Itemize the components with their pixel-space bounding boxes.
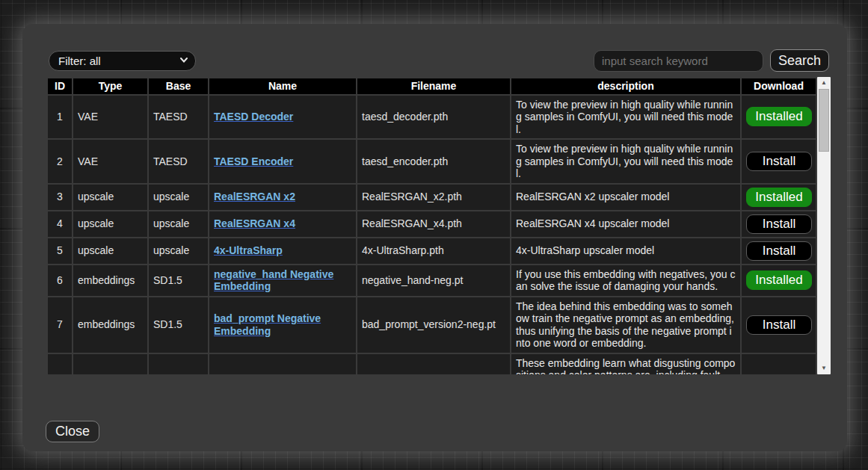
models-table-container: ID Type Base Name Filename description D… — [46, 77, 816, 374]
cell-type: embeddings — [73, 297, 147, 353]
cell-id: 5 — [48, 238, 72, 264]
table-row: 6 embeddings SD1.5 negative_hand Negativ… — [48, 265, 816, 296]
cell-base: upscale — [149, 238, 208, 264]
cell-id: 7 — [48, 297, 72, 353]
table-row: 4 upscale upscale RealESRGAN x4 RealESRG… — [48, 211, 816, 237]
cell-filename: RealESRGAN_x2.pth — [357, 185, 510, 210]
cell-id: 4 — [48, 211, 72, 237]
table-row: 3 upscale upscale RealESRGAN x2 RealESRG… — [48, 185, 816, 210]
install-button[interactable]: Install — [746, 241, 812, 261]
table-row: 7 embeddings SD1.5 bad_prompt Negative E… — [48, 297, 816, 353]
cell-name: RealESRGAN x2 — [209, 185, 356, 210]
cell-download: Installed — [742, 96, 816, 139]
cell-base: upscale — [149, 185, 208, 210]
cell-name: negative_hand Negative Embedding — [209, 265, 356, 296]
install-models-dialog: Filter: all Search ID Type Base Name Fil… — [22, 24, 847, 451]
cell-id: 2 — [48, 140, 72, 183]
cell-type: VAE — [73, 140, 147, 183]
table-row: 1 VAE TAESD TAESD Decoder taesd_decoder.… — [48, 96, 816, 139]
table-row: 2 VAE TAESD TAESD Encoder taesd_encoder.… — [48, 140, 816, 183]
cell-description: These embedding learn what disgusting co… — [511, 354, 740, 374]
cell-download: Install — [742, 140, 816, 183]
model-name-link[interactable]: TAESD Encoder — [214, 155, 293, 167]
cell-filename: bad_prompt_version2-neg.pt — [357, 297, 510, 353]
cell-description: The idea behind this embedding was to so… — [511, 297, 740, 353]
cell-base — [149, 354, 208, 374]
cell-id: 1 — [48, 96, 72, 139]
model-name-link[interactable]: RealESRGAN x2 — [214, 191, 295, 202]
cell-filename: RealESRGAN_x4.pth — [357, 211, 510, 237]
cell-filename: 4x-UltraSharp.pth — [357, 238, 510, 264]
cell-download: Installed — [742, 265, 816, 296]
col-header-base: Base — [149, 78, 208, 94]
install-button[interactable]: Install — [746, 152, 812, 171]
cell-base: TAESD — [149, 96, 208, 139]
cell-base: TAESD — [149, 140, 208, 183]
search-button[interactable]: Search — [770, 49, 829, 72]
cell-description: RealESRGAN x2 upscaler model — [511, 185, 740, 210]
install-button[interactable]: Install — [746, 315, 812, 335]
cell-download: Install — [742, 297, 816, 353]
model-name-link[interactable]: bad_prompt Negative Embedding — [214, 312, 321, 337]
cell-type: embeddings — [73, 265, 147, 296]
model-name-link[interactable]: 4x-UltraSharp — [214, 244, 283, 256]
close-button[interactable]: Close — [46, 421, 99, 442]
cell-description: 4x-UltraSharp upscaler model — [511, 238, 740, 264]
cell-type — [73, 354, 147, 374]
cell-name: 4x-UltraSharp — [209, 238, 356, 264]
cell-name: bad_prompt Negative Embedding — [209, 297, 356, 353]
cell-description: To view the preview in high quality whil… — [511, 140, 740, 183]
cell-filename: taesd_decoder.pth — [357, 96, 510, 139]
col-header-description: description — [511, 78, 740, 94]
search-input[interactable] — [594, 50, 763, 72]
installed-button[interactable]: Installed — [746, 107, 812, 126]
cell-filename: negative_hand-neg.pt — [357, 265, 510, 296]
cell-base: SD1.5 — [149, 297, 208, 353]
table-header-row: ID Type Base Name Filename description D… — [48, 78, 816, 94]
cell-filename: taesd_encoder.pth — [357, 140, 510, 183]
col-header-id: ID — [48, 78, 72, 94]
col-header-filename: Filename — [357, 78, 510, 94]
cell-name: TAESD Encoder — [209, 140, 356, 183]
install-button[interactable]: Install — [746, 214, 812, 234]
model-name-link[interactable]: negative_hand Negative Embedding — [214, 268, 333, 293]
scrollbar-down-arrow-icon[interactable]: ▼ — [817, 363, 831, 374]
cell-type: upscale — [73, 211, 147, 237]
cell-download: Install — [742, 211, 816, 237]
table-row: These embedding learn what disgusting co… — [48, 354, 816, 374]
cell-id: 3 — [48, 185, 72, 210]
cell-description: If you use this embedding with negatives… — [511, 265, 740, 296]
cell-name — [209, 354, 356, 374]
table-row: 5 upscale upscale 4x-UltraSharp 4x-Ultra… — [48, 238, 816, 264]
model-name-link[interactable]: TAESD Decoder — [214, 111, 293, 123]
scrollbar-thumb[interactable] — [819, 89, 829, 152]
table-scrollbar[interactable]: ▲ ▼ — [817, 77, 831, 374]
cell-download: Install — [742, 238, 816, 264]
col-header-download: Download — [742, 78, 816, 94]
model-name-link[interactable]: RealESRGAN x4 — [214, 217, 295, 229]
cell-description: To view the preview in high quality whil… — [511, 96, 740, 139]
cell-base: upscale — [149, 211, 208, 237]
cell-type: upscale — [73, 185, 147, 210]
cell-name: RealESRGAN x4 — [209, 211, 356, 237]
col-header-name: Name — [209, 78, 356, 94]
filter-select-wrap: Filter: all — [49, 51, 196, 71]
cell-type: upscale — [73, 238, 147, 264]
cell-id — [48, 354, 72, 374]
cell-name: TAESD Decoder — [209, 96, 356, 139]
cell-download — [742, 354, 816, 374]
filter-select[interactable]: Filter: all — [49, 51, 196, 71]
cell-base: SD1.5 — [149, 265, 208, 296]
cell-id: 6 — [48, 265, 72, 296]
cell-description: RealESRGAN x4 upscaler model — [511, 211, 740, 237]
cell-type: VAE — [73, 96, 147, 139]
scrollbar-up-arrow-icon[interactable]: ▲ — [817, 78, 831, 88]
cell-download: Installed — [742, 185, 816, 210]
cell-filename — [357, 354, 510, 374]
installed-button[interactable]: Installed — [746, 270, 812, 290]
col-header-type: Type — [73, 78, 147, 94]
models-table: ID Type Base Name Filename description D… — [46, 77, 816, 374]
installed-button[interactable]: Installed — [746, 188, 812, 207]
